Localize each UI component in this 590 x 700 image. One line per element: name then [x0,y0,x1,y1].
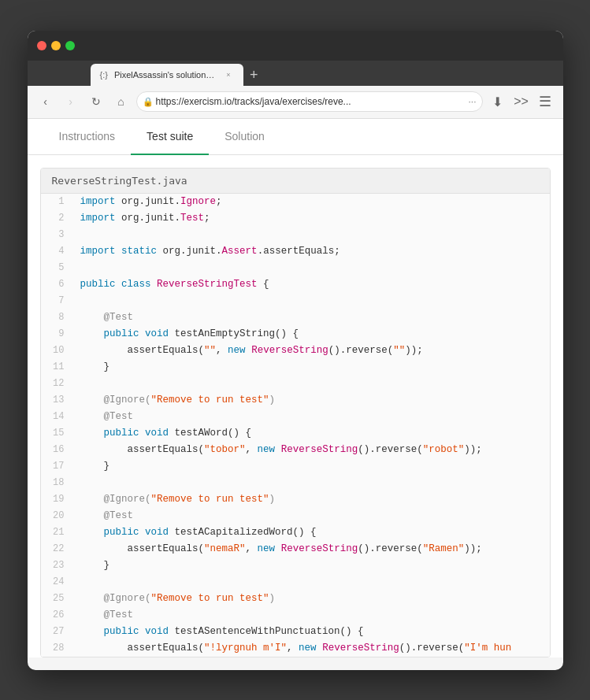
code-line: 27 public void testASentenceWithPunctuat… [41,624,550,640]
code-line: 20 @Test [41,508,550,524]
code-line: 7 [41,293,550,309]
url-text: https://exercism.io/tracks/java/exercise… [156,96,460,107]
code-line: 8 @Test [41,309,550,326]
close-button[interactable] [37,41,46,50]
tab-close-button[interactable]: × [223,69,234,80]
code-line: 16 assertEquals("tobor", new ReverseStri… [41,442,550,458]
code-line: 3 [41,227,550,243]
code-line: 1 import org.junit.Ignore; [41,194,550,210]
toolbar-right: ⬇ >> ☰ [488,91,555,112]
back-button[interactable]: ‹ [35,91,56,112]
code-line: 6 public class ReverseStringTest { [41,276,550,293]
code-line: 10 assertEquals("", new ReverseString().… [41,343,550,359]
address-wrapper: 🔒 https://exercism.io/tracks/java/exerci… [136,91,483,112]
security-icon: 🔒 [143,97,154,107]
code-line: 23 } [41,557,550,574]
tab-title: PixelAssassin's solution to Reve... [114,70,217,80]
code-filename: ReverseStringTest.java [41,169,550,194]
code-line: 11 } [41,359,550,376]
code-line: 2 import org.junit.Test; [41,210,550,227]
address-more-button[interactable]: ··· [468,96,476,107]
tab-bar: {:} PixelAssassin's solution to Reve... … [28,61,563,86]
home-button[interactable]: ⌂ [111,91,132,112]
tab-favicon: {:} [100,70,108,80]
main-content: Instructions Test suite Solution Reverse… [28,119,563,657]
code-line: 25 @Ignore("Remove to run test") [41,591,550,607]
browser-window: {:} PixelAssassin's solution to Reve... … [28,31,563,670]
overflow-button[interactable]: >> [511,91,532,112]
tab-solution[interactable]: Solution [209,119,280,155]
code-line: 4 import static org.junit.Assert.assertE… [41,243,550,260]
code-line: 21 public void testACapitalizedWord() { [41,524,550,541]
code-line: 19 @Ignore("Remove to run test") [41,491,550,508]
new-tab-button[interactable]: + [243,64,265,86]
address-bar: ‹ › ↻ ⌂ 🔒 https://exercism.io/tracks/jav… [28,86,563,119]
maximize-button[interactable] [65,41,75,50]
browser-tab[interactable]: {:} PixelAssassin's solution to Reve... … [91,64,243,86]
code-line: 9 public void testAnEmptyString() { [41,326,550,343]
code-line: 17 } [41,458,550,475]
tab-test-suite[interactable]: Test suite [131,119,209,155]
code-line: 26 @Test [41,607,550,624]
code-line: 18 [41,475,550,491]
code-line: 24 [41,574,550,591]
tab-instructions[interactable]: Instructions [43,119,132,155]
forward-button[interactable]: › [61,91,81,112]
reload-button[interactable]: ↻ [86,91,106,112]
tabs-navigation: Instructions Test suite Solution [28,119,563,155]
code-line: 12 [41,376,550,392]
code-line: 5 [41,260,550,276]
minimize-button[interactable] [51,41,61,50]
code-body[interactable]: 1 import org.junit.Ignore; 2 import org.… [41,194,550,657]
url-bar[interactable]: https://exercism.io/tracks/java/exercise… [136,91,483,112]
code-line: 15 public void testAWord() { [41,425,550,442]
download-button[interactable]: ⬇ [488,91,508,112]
code-line: 22 assertEquals("nemaR", new ReverseStri… [41,541,550,557]
code-line: 28 assertEquals("!lyrgnuh m'I", new Reve… [41,640,550,657]
traffic-lights [37,41,75,50]
title-bar [28,31,563,61]
code-container: ReverseStringTest.java 1 import org.juni… [40,168,551,657]
menu-button[interactable]: ☰ [535,91,555,112]
code-line: 14 @Test [41,409,550,425]
code-line: 13 @Ignore("Remove to run test") [41,392,550,409]
